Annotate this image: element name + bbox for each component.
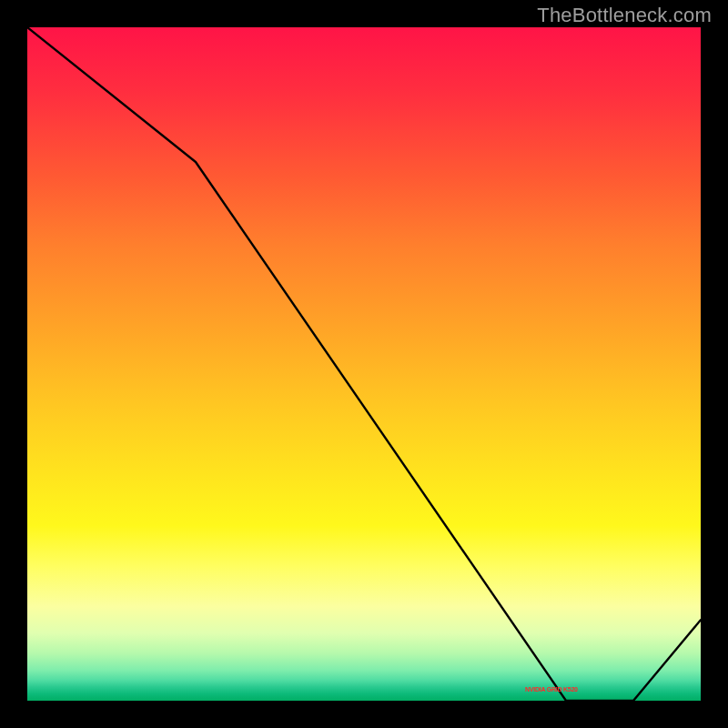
plot-area: NVIDIA GRID K520 [27, 27, 701, 701]
bottleneck-curve [27, 27, 701, 701]
watermark-text: TheBottleneck.com [537, 4, 712, 27]
chart-frame: TheBottleneck.com NVIDIA GRID K520 [0, 0, 728, 728]
gpu-label: NVIDIA GRID K520 [525, 685, 578, 693]
